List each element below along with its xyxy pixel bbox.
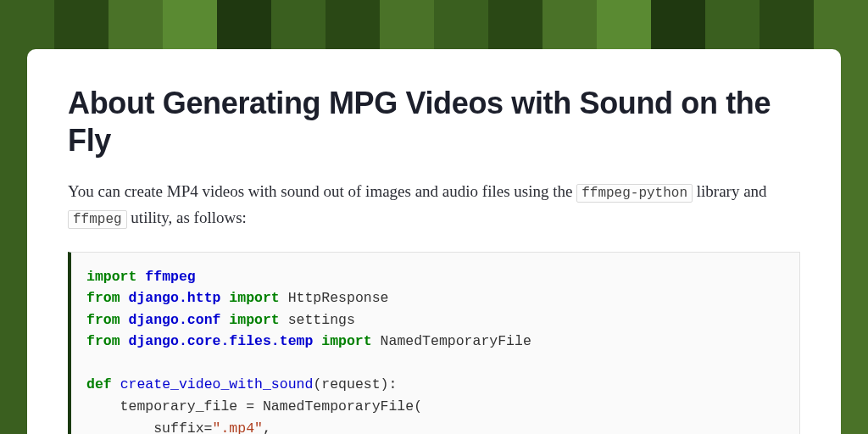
code-keyword: from (86, 290, 120, 306)
intro-paragraph: You can create MP4 videos with sound out… (68, 178, 800, 231)
code-keyword: from (86, 312, 120, 328)
code-module: django.http (129, 290, 221, 306)
code-keyword: def (86, 376, 112, 392)
inline-code-ffmpeg-python: ffmpeg-python (576, 184, 693, 203)
code-text: , (263, 420, 271, 434)
code-module: ffmpeg (145, 269, 195, 285)
intro-text-3: utility, as follows: (127, 209, 247, 226)
page-title: About Generating MPG Videos with Sound o… (68, 85, 800, 159)
code-text: temporary_file = NamedTemporaryFile( (86, 398, 422, 415)
code-string: ".mp4" (213, 420, 263, 434)
content-card: About Generating MPG Videos with Sound o… (27, 49, 841, 434)
code-keyword: import (229, 290, 279, 306)
code-module: django.core.files.temp (129, 333, 314, 349)
code-function: create_video_with_sound (120, 376, 314, 392)
code-keyword: import (321, 333, 371, 349)
code-text: suffix= (86, 420, 213, 434)
inline-code-ffmpeg: ffmpeg (68, 210, 127, 229)
code-block: import ffmpeg from django.http import Ht… (68, 252, 800, 434)
code-keyword: import (86, 269, 136, 285)
intro-text-1: You can create MP4 videos with sound out… (68, 182, 576, 200)
code-text: (request): (313, 376, 397, 392)
intro-text-2: library and (693, 182, 767, 200)
code-name: NamedTemporaryFile (372, 333, 531, 349)
code-keyword: from (86, 333, 120, 349)
code-name: HttpResponse (280, 290, 389, 306)
code-module: django.conf (129, 312, 221, 328)
code-name: settings (280, 312, 355, 328)
code-keyword: import (229, 312, 279, 328)
